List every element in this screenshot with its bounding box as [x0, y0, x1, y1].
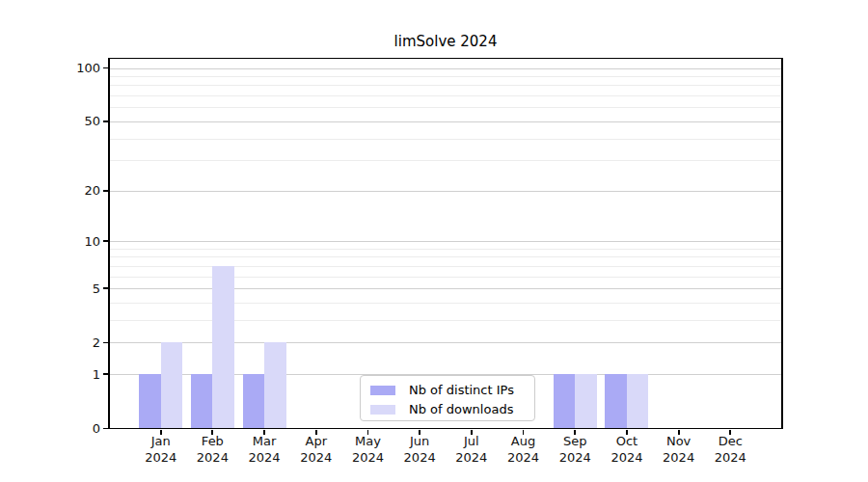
gridline-minor-3	[109, 320, 782, 321]
chart-title: limSolve 2024	[109, 35, 782, 49]
gridline-major-2	[109, 342, 782, 343]
bar-downloads-feb	[212, 266, 234, 429]
spine-right	[781, 58, 783, 430]
legend-item-distinct-ips: Nb of distinct IPs	[370, 383, 525, 397]
spine-top	[108, 58, 783, 60]
gridline-minor-4	[109, 303, 782, 304]
bar-distinct-ips-oct	[605, 374, 627, 428]
bar-downloads-jan	[161, 342, 183, 428]
gridline-minor-30	[109, 160, 782, 161]
x-tick-label-dec: Dec 2024	[696, 433, 764, 467]
y-tick-10	[103, 240, 109, 242]
gridline-minor-80	[109, 85, 782, 86]
bar-downloads-mar	[264, 342, 286, 428]
y-tick-1	[103, 373, 109, 375]
gridline-major-50	[109, 121, 782, 122]
legend-label-downloads: Nb of downloads	[409, 402, 513, 416]
gridline-minor-9	[109, 249, 782, 250]
legend-label-distinct-ips: Nb of distinct IPs	[409, 383, 514, 397]
bar-distinct-ips-feb	[191, 374, 213, 428]
y-tick-label-0: 0	[39, 420, 100, 437]
gridline-major-20	[109, 191, 782, 192]
y-tick-label-20: 20	[39, 182, 100, 199]
figure: limSolve 2024 0125102050100Jan 2024Feb 2…	[0, 0, 868, 482]
legend-swatch-downloads-icon	[370, 405, 395, 415]
y-tick-0	[103, 428, 109, 430]
y-tick-2	[103, 342, 109, 344]
gridline-minor-8	[109, 256, 782, 257]
spine-bottom	[108, 428, 783, 430]
gridline-minor-70	[109, 95, 782, 96]
gridline-minor-90	[109, 76, 782, 77]
gridline-minor-40	[109, 139, 782, 140]
bar-distinct-ips-sep	[554, 374, 576, 428]
gridline-major-100	[109, 68, 782, 69]
y-tick-label-50: 50	[39, 113, 100, 129]
gridline-major-5	[109, 288, 782, 289]
plot-area	[109, 58, 782, 429]
y-tick-20	[103, 190, 109, 192]
y-tick-label-5: 5	[39, 281, 100, 297]
y-tick-100	[103, 67, 109, 69]
y-tick-label-10: 10	[39, 233, 100, 250]
y-tick-label-1: 1	[39, 366, 100, 383]
bar-distinct-ips-mar	[243, 374, 265, 428]
legend-swatch-distinct-ips-icon	[370, 386, 395, 395]
y-tick-label-2: 2	[39, 335, 100, 351]
y-tick-label-100: 100	[39, 60, 100, 76]
gridline-minor-7	[109, 266, 782, 267]
bar-distinct-ips-jan	[139, 374, 161, 428]
y-tick-50	[103, 120, 109, 122]
y-tick-5	[103, 287, 109, 289]
gridline-minor-6	[109, 277, 782, 278]
legend-item-downloads: Nb of downloads	[370, 402, 525, 416]
bar-downloads-sep	[575, 374, 597, 428]
gridline-minor-60	[109, 107, 782, 108]
bar-downloads-oct	[627, 374, 649, 428]
gridline-major-10	[109, 241, 782, 242]
legend: Nb of distinct IPs Nb of downloads	[360, 375, 535, 421]
